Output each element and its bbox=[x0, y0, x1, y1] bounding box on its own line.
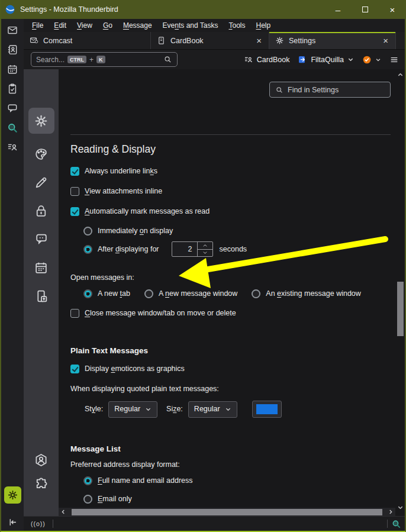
filtaquilla-toolbar-button[interactable]: FiltaQuilla bbox=[298, 55, 354, 65]
menu-help[interactable]: Help bbox=[251, 20, 275, 31]
kbd-ctrl: CTRL bbox=[67, 56, 86, 63]
close-button[interactable]: × bbox=[379, 0, 406, 19]
cardbook-space-icon[interactable] bbox=[5, 141, 20, 153]
nav-privacy-lock-icon[interactable] bbox=[28, 203, 54, 219]
thunderbird-logo-icon bbox=[5, 4, 15, 15]
menu-file[interactable]: File bbox=[27, 20, 48, 31]
chat-space-icon[interactable] bbox=[5, 102, 20, 114]
size-dropdown[interactable]: Regular bbox=[188, 401, 237, 418]
tasks-space-icon[interactable] bbox=[5, 83, 20, 95]
section-divider bbox=[70, 134, 391, 135]
menu-edit[interactable]: Edit bbox=[49, 20, 71, 31]
checkbox-label: Display emoticons as graphics bbox=[85, 364, 185, 374]
titlebar: Settings - Mozilla Thunderbird – × bbox=[0, 0, 406, 19]
address-format-label: Preferred address display format: bbox=[70, 460, 180, 470]
view-attachments-checkbox[interactable] bbox=[70, 187, 79, 196]
collapse-spaces-icon[interactable] bbox=[5, 515, 20, 528]
radio-label: A new message window bbox=[159, 289, 237, 299]
spaces-toolbar bbox=[1, 19, 24, 531]
app-menu-button[interactable] bbox=[389, 55, 399, 65]
settings-space-button[interactable] bbox=[4, 486, 21, 504]
settings-category-sidebar bbox=[24, 69, 59, 516]
orange-check-icon bbox=[362, 55, 372, 65]
scroll-down-icon[interactable] bbox=[395, 503, 405, 511]
chevron-down-icon bbox=[375, 57, 381, 63]
tab-cardbook[interactable]: CardBook × bbox=[151, 32, 269, 49]
existing-window-radio[interactable] bbox=[252, 289, 260, 298]
radio-label: Immediately on display bbox=[98, 226, 173, 236]
size-value: Regular bbox=[194, 404, 220, 414]
nav-addons-puzzle-icon[interactable] bbox=[28, 476, 54, 492]
menu-view[interactable]: View bbox=[72, 20, 97, 31]
style-size-row: Style: Regular Size: Regular bbox=[70, 401, 391, 418]
cardbook-toolbar-button[interactable]: CardBook bbox=[244, 55, 290, 65]
horizontal-scrollbar[interactable] bbox=[59, 508, 395, 516]
menu-message[interactable]: Message bbox=[118, 20, 157, 31]
checkbox-label: Always underline links bbox=[85, 166, 157, 176]
delay-seconds-spinner[interactable]: 2 bbox=[172, 241, 213, 257]
nav-chat-icon[interactable] bbox=[28, 231, 54, 247]
vertical-scrollbar-thumb[interactable] bbox=[397, 282, 404, 336]
find-placeholder: Find in Settings bbox=[288, 86, 339, 94]
chevron-down-icon bbox=[347, 56, 354, 63]
menubar: File Edit View Go Message Events and Tas… bbox=[24, 19, 405, 32]
kbd-k: K bbox=[96, 56, 105, 63]
close-on-move-checkbox[interactable] bbox=[70, 309, 79, 318]
new-tab-radio[interactable] bbox=[83, 289, 92, 298]
nav-account-icon[interactable] bbox=[28, 452, 54, 468]
global-search-input[interactable]: Search... CTRL + K bbox=[31, 52, 178, 67]
scroll-left-icon[interactable] bbox=[59, 509, 68, 515]
menu-events-tasks[interactable]: Events and Tasks bbox=[158, 20, 223, 31]
scroll-right-icon[interactable] bbox=[386, 509, 395, 515]
auto-mark-read-checkbox[interactable] bbox=[70, 207, 79, 216]
vertical-scrollbar[interactable] bbox=[395, 69, 405, 516]
cardbook-tab-icon bbox=[157, 36, 166, 45]
emoticons-checkbox[interactable] bbox=[70, 365, 79, 373]
tab-close-icon[interactable]: × bbox=[255, 36, 263, 45]
menu-tools[interactable]: Tools bbox=[224, 20, 250, 31]
nav-calendar-icon[interactable] bbox=[28, 260, 54, 276]
spinner-up-icon[interactable] bbox=[198, 242, 212, 250]
find-in-settings-input[interactable]: Find in Settings bbox=[269, 82, 391, 98]
style-dropdown[interactable]: Regular bbox=[108, 401, 157, 418]
always-underline-checkbox[interactable] bbox=[70, 167, 79, 176]
full-name-radio[interactable] bbox=[83, 476, 92, 485]
settings-content-pane: Find in Settings Reading & Display Alway… bbox=[59, 69, 395, 508]
radio-tower-button[interactable]: ((o)) bbox=[27, 519, 49, 528]
calendar-space-icon[interactable] bbox=[5, 63, 20, 75]
nav-general-gear-icon[interactable] bbox=[28, 108, 54, 134]
email-only-row: Email only bbox=[83, 494, 391, 504]
tab-settings[interactable]: Settings × bbox=[269, 32, 396, 49]
message-list-heading: Message List bbox=[70, 444, 391, 454]
mail-account-icon bbox=[30, 36, 38, 45]
nav-sync-phone-icon[interactable] bbox=[28, 288, 54, 304]
nav-composition-pencil-icon[interactable] bbox=[28, 175, 54, 191]
tab-close-icon[interactable]: × bbox=[382, 36, 389, 45]
plain-text-heading: Plain Text Messages bbox=[70, 346, 391, 356]
maximize-button[interactable] bbox=[352, 0, 379, 19]
kbd-plus: + bbox=[89, 56, 94, 64]
tab-comcast[interactable]: Comcast bbox=[24, 32, 151, 49]
extension-check-button[interactable] bbox=[362, 55, 381, 65]
text-color-picker-button[interactable] bbox=[252, 401, 282, 418]
minimize-button[interactable]: – bbox=[324, 0, 352, 19]
menu-go[interactable]: Go bbox=[98, 20, 117, 31]
address-book-space-icon[interactable] bbox=[5, 44, 20, 56]
scroll-up-icon[interactable] bbox=[395, 70, 405, 79]
search-placeholder: Search... bbox=[36, 56, 65, 64]
after-displaying-radio[interactable] bbox=[83, 245, 92, 254]
style-label: Style: bbox=[85, 404, 103, 414]
checkbox-label: Close message window/tab on move or dele… bbox=[85, 308, 236, 318]
delay-unit-label: seconds bbox=[220, 244, 247, 254]
email-only-radio[interactable] bbox=[83, 495, 92, 504]
search-extension-icon[interactable] bbox=[5, 122, 20, 134]
horizontal-scrollbar-thumb[interactable] bbox=[72, 509, 382, 515]
filtaquilla-toolbar-label: FiltaQuilla bbox=[311, 56, 344, 64]
spinner-down-icon[interactable] bbox=[198, 250, 212, 257]
mail-space-icon[interactable] bbox=[5, 24, 20, 36]
immediately-radio[interactable] bbox=[83, 227, 92, 236]
new-window-radio[interactable] bbox=[144, 289, 153, 298]
status-search-icon[interactable] bbox=[391, 519, 401, 529]
search-icon bbox=[163, 55, 172, 64]
nav-appearance-palette-icon[interactable] bbox=[28, 146, 54, 162]
